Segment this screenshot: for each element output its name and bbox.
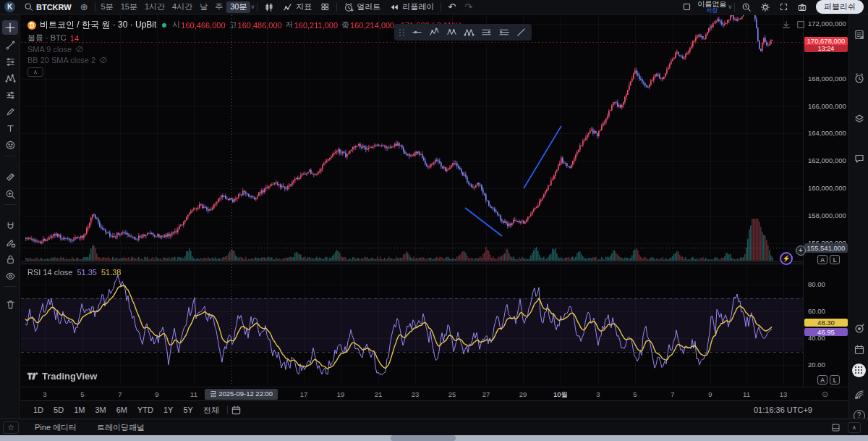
tf-1w[interactable]: 주 (211, 0, 226, 14)
forecast-tool-button[interactable] (2, 88, 18, 102)
tf-4h[interactable]: 4시간 (169, 0, 196, 14)
tf-dropdown-chevron-icon[interactable]: ∨ (250, 4, 255, 10)
boost-badge[interactable]: ⚡ (780, 252, 793, 265)
trend-line-tool-button[interactable] (2, 38, 18, 52)
tab-pine-editor[interactable]: Pine 에디터 (25, 422, 87, 433)
hide-drawings-button[interactable] (2, 269, 18, 283)
open-label: 시 (172, 20, 180, 30)
symbol-search-button[interactable]: BTCKRW (20, 0, 76, 14)
elliott-correction-button[interactable] (443, 25, 459, 39)
elliott-wave-12345-icon (429, 27, 440, 38)
clock-timezone-button[interactable]: 01:16:36 UTC+9 (754, 406, 841, 414)
auto-scale-button[interactable]: A (817, 255, 827, 264)
data-connection-button[interactable] (851, 387, 867, 402)
scroll-target-icon[interactable]: ⊙ (822, 390, 828, 399)
rsi-auto-scale-button[interactable]: A (817, 375, 827, 385)
undo-button[interactable]: ↶ (443, 0, 460, 14)
alerts-button[interactable] (851, 70, 867, 85)
add-alert-button[interactable]: + (796, 245, 806, 256)
time-axis-tick: 13 (780, 390, 788, 398)
range-all[interactable]: 전체 (198, 405, 224, 416)
chat-button[interactable] (851, 151, 867, 166)
brush-tool-button[interactable] (2, 104, 18, 119)
xabcd-icon (464, 27, 475, 38)
rsi-legend[interactable]: RSI 14 close 51.35 51.38 (27, 268, 121, 277)
remove-drawings-button[interactable] (2, 297, 18, 311)
drawing-lock-button[interactable] (2, 235, 18, 250)
crosshair-tool-button[interactable] (2, 20, 18, 35)
ray-tool-button[interactable] (409, 25, 425, 39)
watchlist-button[interactable] (851, 27, 867, 42)
panel-layout-icon[interactable] (831, 423, 841, 432)
alert-button[interactable]: 얼러트 (339, 0, 385, 14)
layout-select-button[interactable] (678, 0, 696, 14)
tf-1h[interactable]: 1시간 (141, 0, 169, 14)
calendar-button[interactable] (851, 342, 867, 357)
publish-button[interactable]: 퍼블리쉬 (816, 0, 864, 14)
sma-legend-row[interactable]: SMA 9 close (27, 43, 461, 54)
price-axis[interactable]: 172,000,000168,000,000166,000,000164,000… (803, 14, 848, 387)
replay-button[interactable]: 리플레이 (385, 0, 438, 14)
rsi-log-scale-button[interactable]: L (830, 375, 840, 385)
horizontal-scrollbar[interactable] (0, 435, 868, 441)
bottom-panel-bar: ☆ Pine 에디터 트레이딩패널 ∧ (0, 419, 868, 435)
fib-retracement-tool-button[interactable] (2, 54, 18, 69)
range-ytd[interactable]: YTD (132, 406, 158, 414)
indicators-button[interactable]: 지표 (278, 0, 316, 14)
log-scale-button[interactable]: L (830, 255, 840, 264)
text-tool-button[interactable] (2, 121, 18, 135)
long-position-button[interactable] (478, 25, 494, 39)
magnet-mode-button[interactable] (2, 219, 18, 233)
redo-button[interactable]: ↷ (460, 0, 477, 14)
range-3m[interactable]: 3M (90, 406, 111, 414)
pane-move-down-icon[interactable] (781, 20, 791, 30)
hotlist-button[interactable] (851, 321, 867, 336)
go-to-date-icon[interactable] (231, 405, 242, 416)
panel-expand-button[interactable]: ∧ (848, 422, 861, 433)
close-label: 종 (341, 20, 349, 30)
price-axis-tick: 166,000,000 (808, 102, 846, 110)
pattern-button[interactable] (461, 25, 477, 39)
zoom-in-tool-button[interactable] (2, 187, 18, 201)
range-1d[interactable]: 1D (28, 406, 48, 414)
tab-trading-panel[interactable]: 트레이딩패널 (87, 422, 155, 433)
compare-add-icon[interactable]: ⊕ (76, 0, 93, 14)
favorites-toolbar-button[interactable]: ☆ (3, 421, 19, 434)
range-5d[interactable]: 5D (48, 406, 69, 414)
layout-dropdown-chevron-icon[interactable]: ∨ (728, 4, 732, 10)
bottom-bar-controls: ∧ (831, 422, 868, 433)
apps-menu-button[interactable] (851, 363, 867, 378)
layout-name-block[interactable]: 이름없음 저장 (697, 1, 726, 14)
range-6m[interactable]: 6M (111, 406, 132, 414)
pane-maximize-icon[interactable] (796, 20, 806, 30)
chart-style-button[interactable] (260, 0, 278, 14)
range-1y[interactable]: 1Y (158, 406, 178, 414)
user-avatar[interactable]: K (4, 1, 15, 12)
lock-all-button[interactable] (2, 252, 18, 266)
range-5y[interactable]: 5Y (178, 406, 197, 414)
eye-off-icon[interactable] (99, 56, 108, 64)
tf-5m[interactable]: 5분 (98, 0, 117, 14)
layout-grid-button[interactable] (316, 0, 334, 14)
bb-legend-row[interactable]: BB 20 SMA close 2 (27, 54, 461, 65)
emoji-tool-button[interactable] (2, 138, 18, 152)
elliott-impulse-button[interactable] (426, 25, 442, 39)
drag-handle[interactable] (399, 29, 405, 36)
short-position-button[interactable] (495, 25, 511, 39)
time-axis[interactable]: 357911151719212325272910월35791113 금 2025… (21, 387, 848, 400)
eye-off-icon[interactable] (75, 45, 84, 54)
pattern-tool-button[interactable] (2, 71, 18, 85)
fullscreen-button[interactable] (775, 0, 793, 14)
trendline-button[interactable] (513, 25, 529, 39)
object-tree-button[interactable] (851, 111, 867, 126)
tf-30m-selected[interactable]: 30분 (226, 1, 250, 13)
measure-tool-button[interactable] (2, 169, 18, 184)
snapshot-button[interactable] (793, 0, 812, 14)
tf-1d[interactable]: 날 (196, 0, 211, 14)
settings-button[interactable] (756, 0, 775, 14)
range-1m[interactable]: 1M (69, 406, 90, 414)
legend-collapse-button[interactable]: ∧ (27, 67, 43, 77)
quick-search-button[interactable] (737, 0, 756, 14)
scrollbar-thumb[interactable] (391, 435, 456, 441)
tf-15m[interactable]: 15분 (117, 0, 141, 14)
